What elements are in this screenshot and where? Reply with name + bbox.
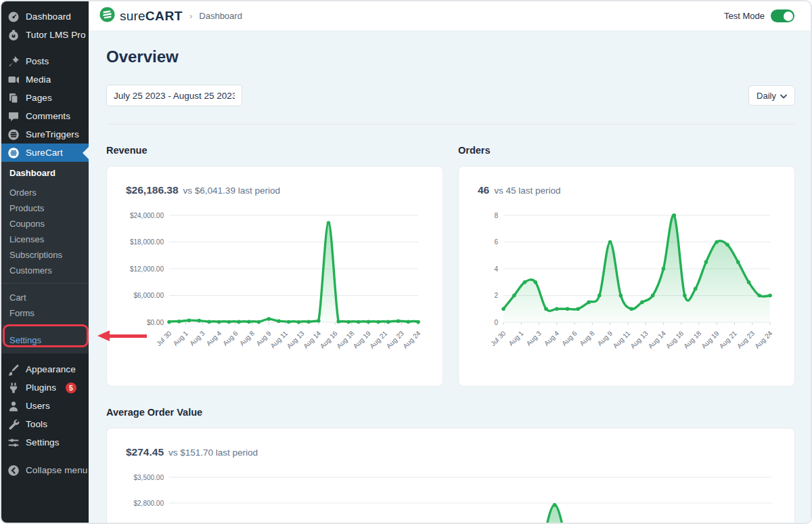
- sidebar-item-comments[interactable]: Comments: [1, 107, 89, 125]
- svg-text:Aug 23: Aug 23: [736, 329, 756, 349]
- sidebar-main-menu: DashboardTutor LMS ProPostsMediaPagesCom…: [1, 7, 89, 162]
- plugins-update-badge: 5: [66, 383, 76, 393]
- sidebar-submenu-dashboard-current[interactable]: Dashboard: [1, 162, 89, 184]
- test-mode-label: Test Mode: [724, 11, 765, 21]
- svg-text:Aug 14: Aug 14: [647, 329, 667, 349]
- sidebar-item-label: Comments: [26, 111, 70, 121]
- sidebar-item-users[interactable]: Users: [1, 397, 89, 415]
- granularity-dropdown[interactable]: Daily: [748, 85, 795, 106]
- submenu-divider: [1, 326, 89, 326]
- sidebar-submenu-orders[interactable]: Orders: [1, 184, 89, 200]
- svg-text:$6,000.00: $6,000.00: [134, 292, 164, 299]
- orders-chart: 86420Jul 30Aug 1Aug 3Aug 4Aug 6Aug 8Aug …: [478, 207, 775, 378]
- test-mode-control: Test Mode: [724, 9, 794, 22]
- svg-text:Aug 13: Aug 13: [629, 329, 649, 349]
- app-window: DashboardTutor LMS ProPostsMediaPagesCom…: [0, 0, 812, 524]
- revenue-chart: $24,000.00$18,000.00$12,000.00$6,000.00$…: [126, 207, 424, 378]
- tools-icon: [7, 418, 20, 431]
- sidebar-item-suretriggers[interactable]: SureTriggers: [1, 125, 89, 144]
- orders-section-title: Orders: [458, 145, 795, 156]
- sidebar-submenu-forms[interactable]: Forms: [1, 305, 89, 320]
- aov-stat-value: $274.45: [126, 446, 164, 458]
- aov-stat: $274.45 vs $151.70 last period: [126, 446, 775, 458]
- aov-chart: $3,500.00$2,800.00$2,100.00$1,400.00$700…: [126, 469, 775, 523]
- orders-card: 46 vs 45 last period 86420Jul 30Aug 1Aug…: [458, 166, 795, 387]
- users-icon: [7, 400, 20, 412]
- sidebar-submenu-coupons[interactable]: Coupons: [1, 215, 89, 231]
- sidebar-bottom-menu: AppearancePlugins5UsersToolsSettingsColl…: [1, 360, 89, 479]
- orders-stat: 46 vs 45 last period: [478, 184, 775, 196]
- sidebar-item-tools[interactable]: Tools: [1, 415, 89, 433]
- sidebar-item-label: Users: [26, 401, 50, 411]
- svg-text:6: 6: [494, 238, 498, 246]
- sidebar-submenu-licenses[interactable]: Licenses: [1, 231, 89, 246]
- test-mode-toggle[interactable]: [771, 9, 794, 22]
- svg-text:Aug 1: Aug 1: [507, 329, 525, 347]
- svg-text:Aug 18: Aug 18: [682, 329, 702, 349]
- svg-text:Aug 8: Aug 8: [238, 329, 256, 347]
- sidebar-submenu-products[interactable]: Products: [1, 200, 89, 215]
- sidebar-item-pages[interactable]: Pages: [1, 89, 89, 107]
- surecart-topbar: sureCART › Dashboard Test Mode: [89, 1, 811, 31]
- revenue-stat-value: $26,186.38: [126, 184, 179, 196]
- svg-text:8: 8: [494, 212, 498, 219]
- svg-text:Jul 30: Jul 30: [489, 329, 508, 347]
- svg-text:$2,800.00: $2,800.00: [134, 500, 164, 507]
- svg-text:Aug 19: Aug 19: [700, 329, 720, 349]
- date-range-input[interactable]: [106, 85, 242, 106]
- svg-text:Aug 4: Aug 4: [205, 329, 223, 347]
- svg-text:$18,000.00: $18,000.00: [130, 238, 164, 246]
- svg-text:Aug 16: Aug 16: [664, 329, 685, 349]
- sidebar-submenu-subscriptions[interactable]: Subscriptions: [1, 246, 89, 262]
- svg-text:Aug 21: Aug 21: [718, 329, 738, 349]
- sidebar-item-label: SureTriggers: [26, 129, 79, 139]
- sidebar-item-posts[interactable]: Posts: [1, 52, 89, 70]
- surecart-logo-icon: [99, 7, 115, 25]
- svg-text:Aug 16: Aug 16: [319, 329, 339, 349]
- submenu-divider: [1, 283, 89, 284]
- controls-row: Daily: [106, 85, 795, 106]
- surecart-logo-link[interactable]: sureCART: [99, 7, 183, 25]
- sidebar-item-media[interactable]: Media: [1, 70, 89, 89]
- main-area: sureCART › Dashboard Test Mode Overview …: [89, 1, 811, 523]
- sidebar-item-dashboard[interactable]: Dashboard: [1, 7, 89, 26]
- surecart-submenu: DashboardOrdersProductsCouponsLicensesSu…: [1, 162, 89, 353]
- svg-text:$0.00: $0.00: [147, 319, 164, 326]
- svg-text:Aug 21: Aug 21: [368, 329, 388, 349]
- svg-text:Jul 30: Jul 30: [155, 329, 173, 347]
- charts-row: Revenue $26,186.38 vs $6,041.39 last per…: [106, 125, 795, 387]
- svg-text:Aug 3: Aug 3: [188, 329, 206, 347]
- svg-text:$3,500.00: $3,500.00: [134, 474, 164, 481]
- svg-text:Aug 24: Aug 24: [401, 329, 422, 349]
- svg-text:Aug 4: Aug 4: [543, 329, 561, 347]
- posts-icon: [7, 56, 20, 68]
- sidebar-item-surecart[interactable]: SureCart: [1, 144, 89, 162]
- svg-text:Aug 3: Aug 3: [525, 329, 543, 347]
- wp-admin-sidebar: DashboardTutor LMS ProPostsMediaPagesCom…: [1, 1, 89, 523]
- svg-text:Aug 1: Aug 1: [172, 329, 190, 347]
- svg-text:4: 4: [494, 265, 498, 273]
- tutor-icon: [7, 29, 20, 41]
- sidebar-item-collapse-menu[interactable]: Collapse menu: [1, 461, 89, 479]
- sidebar-item-tutor-lms-pro[interactable]: Tutor LMS Pro: [1, 26, 89, 44]
- toggle-knob: [784, 12, 793, 21]
- sidebar-item-settings[interactable]: Settings: [1, 433, 89, 452]
- granularity-value: Daily: [757, 91, 776, 101]
- revenue-section: Revenue $26,186.38 vs $6,041.39 last per…: [106, 145, 443, 387]
- orders-section: Orders 46 vs 45 last period 86420Jul 30A…: [458, 145, 795, 387]
- sidebar-item-plugins[interactable]: Plugins5: [1, 378, 89, 397]
- sidebar-submenu-settings[interactable]: Settings: [1, 332, 89, 347]
- sidebar-item-label: Collapse menu: [26, 465, 87, 475]
- svg-text:Aug 13: Aug 13: [286, 329, 306, 349]
- aov-section: Average Order Value $274.45 vs $151.70 l…: [106, 407, 795, 523]
- sidebar-item-appearance[interactable]: Appearance: [1, 360, 89, 378]
- sidebar-submenu-customers[interactable]: Customers: [1, 262, 89, 278]
- svg-text:Aug 19: Aug 19: [352, 329, 372, 349]
- settings-icon: [7, 437, 20, 449]
- revenue-section-title: Revenue: [106, 145, 443, 156]
- sidebar-submenu-cart[interactable]: Cart: [1, 289, 89, 305]
- svg-text:0: 0: [494, 319, 498, 326]
- aov-section-title: Average Order Value: [106, 407, 795, 418]
- aov-card: $274.45 vs $151.70 last period $3,500.00…: [106, 428, 795, 523]
- sidebar-item-label: SureCart: [26, 148, 63, 158]
